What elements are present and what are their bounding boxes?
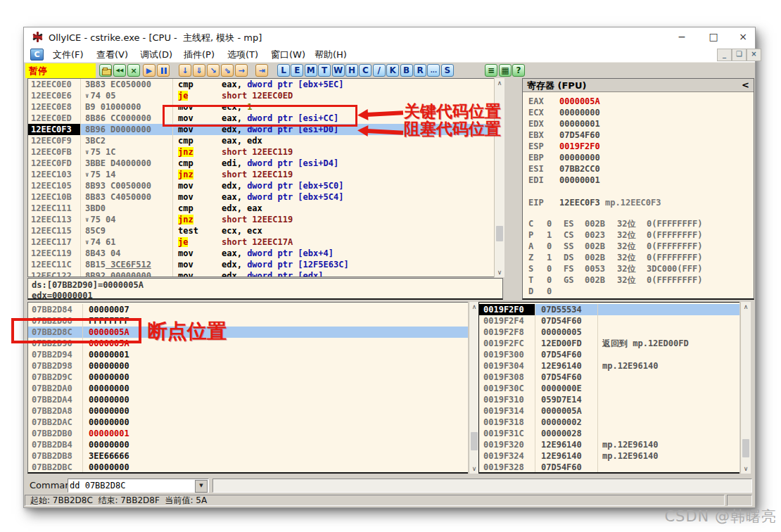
disasm-row[interactable]: 12EEC0E03B83 EC050000cmpeax, dword ptr [… xyxy=(28,79,494,90)
menu-item-3[interactable]: 插件(P) xyxy=(179,48,219,62)
dump-row[interactable]: 07BB2D8C0000005A xyxy=(28,327,468,338)
run-button[interactable]: ▶ xyxy=(143,64,155,77)
execute-till-return-button[interactable]: → xyxy=(235,64,248,77)
scrollbar-thumb[interactable] xyxy=(496,226,503,241)
mdi-minimize-button[interactable]: _ xyxy=(717,49,732,61)
dump-row[interactable]: 07BB2D88FFFFFFFF xyxy=(28,315,468,327)
cpu-window-icon[interactable]: C xyxy=(30,49,44,61)
scroll-down-icon[interactable]: ∨ xyxy=(495,267,504,277)
trace-over-button[interactable]: ⇘ xyxy=(221,64,234,77)
menu-item-5[interactable]: 窗口(W) xyxy=(267,48,310,62)
open-file-button[interactable] xyxy=(99,64,112,77)
stack-row[interactable]: 0019F30007D54F60 xyxy=(479,349,739,360)
dump-row[interactable]: 07BB2DA000000000 xyxy=(28,383,468,394)
stack-scrollbar[interactable]: ∧ ∨ xyxy=(740,302,751,474)
disasm-row[interactable]: 12EEC0F38B96 D0000000movedx, dword ptr [… xyxy=(28,124,494,135)
letter-button-/[interactable]: / xyxy=(373,64,386,77)
restart-button[interactable]: ◀◀ xyxy=(113,64,126,77)
menu-item-0[interactable]: 文件(F) xyxy=(49,48,88,62)
disasm-row[interactable]: 12EEC0FD3BBE D4000000cmpedi, dword ptr [… xyxy=(28,158,494,169)
stack-row[interactable]: 0019F32807D54F60 xyxy=(479,462,739,473)
dump-row[interactable]: 07BB2DB400000000 xyxy=(28,439,468,450)
letter-button-C[interactable]: C xyxy=(359,64,372,77)
letter-button-K[interactable]: K xyxy=(386,64,399,77)
go-to-button[interactable]: ⇥ xyxy=(255,64,268,77)
scrollbar-thumb[interactable] xyxy=(471,432,478,450)
letter-button-T[interactable]: T xyxy=(318,64,331,77)
dump-row[interactable]: 07BB2D9400000001 xyxy=(28,349,468,360)
dump-row[interactable]: 07BB2DC000000000 xyxy=(28,473,468,474)
stack-row[interactable]: 0019F2F007D55534 xyxy=(479,304,739,315)
scroll-up-icon[interactable]: ∧ xyxy=(741,302,751,312)
dropdown-arrow-icon[interactable]: ▼ xyxy=(195,480,208,493)
dump-row[interactable]: 07BB2D9C00000000 xyxy=(28,372,468,383)
command-combobox[interactable]: ▼ xyxy=(68,479,209,493)
stack-row[interactable]: 0019F30C0000000E xyxy=(479,383,739,394)
stack-row[interactable]: 0019F310059D7E14 xyxy=(479,394,739,405)
disasm-row[interactable]: 12EEC1228B92 00000000movedx, dword ptr [… xyxy=(28,270,494,277)
disasm-row[interactable]: 12EEC0E6∨74 05jeshort 12EEC0ED xyxy=(28,90,494,101)
stack-row[interactable]: 0019F32C07D54F60 xyxy=(479,473,739,474)
scroll-down-icon[interactable]: ∨ xyxy=(741,464,751,474)
memory-dump-pane[interactable]: 07BB2D840000000707BB2D88FFFFFFFF07BB2D8C… xyxy=(27,302,468,474)
letter-button-B[interactable]: B xyxy=(400,64,413,77)
stack-row[interactable]: 0019F2F800000005 xyxy=(479,327,739,338)
letter-button-M[interactable]: M xyxy=(305,64,317,77)
dump-row[interactable]: 07BB2DA400000000 xyxy=(28,394,468,405)
disasm-row[interactable]: 12EEC0FB∨75 1Cjnzshort 12EEC119 xyxy=(28,146,494,158)
close-program-button[interactable]: × xyxy=(127,64,140,77)
disasm-row[interactable]: 12EEC10B8B83 C4050000moveax, dword ptr [… xyxy=(28,191,494,203)
letter-button-H[interactable]: H xyxy=(345,64,358,77)
step-over-button[interactable]: ⇓ xyxy=(193,64,205,77)
letter-button-dots[interactable]: ... xyxy=(427,64,440,77)
command-input[interactable] xyxy=(70,480,193,491)
disasm-row[interactable]: 12EEC0E8B9 01000000movecx, 1 xyxy=(28,101,494,113)
dump-row[interactable]: 07BB2DB83EE66666 xyxy=(28,450,468,462)
stack-row[interactable]: 0019F31800000002 xyxy=(479,417,739,428)
letter-button-R[interactable]: R xyxy=(414,64,426,77)
stack-row[interactable]: 0019F30412E96140mp.12E96140 xyxy=(479,360,739,372)
disasm-row[interactable]: 12EEC103∨75 14jnzshort 12EEC119 xyxy=(28,169,494,180)
scroll-down-icon[interactable]: ∨ xyxy=(469,464,479,474)
stack-row[interactable]: 0019F32412E96140mp.12E96140 xyxy=(479,450,739,462)
close-button[interactable]: × xyxy=(732,30,754,44)
stack-row[interactable]: 0019F31C00000028 xyxy=(479,428,739,439)
registers-pane[interactable]: 寄存器 (FPU) < EAX0000005AECX00000000EDX000… xyxy=(522,78,754,300)
letter-button-W[interactable]: W xyxy=(332,64,345,77)
disasm-row[interactable]: 12EEC1198B43 04moveax, dword ptr [ebx+4] xyxy=(28,248,494,259)
menu-item-2[interactable]: 调试(D) xyxy=(136,48,177,62)
stack-row[interactable]: 0019F2FC12ED00FD返回到 mp.12ED00FD xyxy=(479,338,739,349)
stack-pane[interactable]: 0019F2F007D555340019F2F407D54F600019F2F8… xyxy=(478,302,739,474)
scrollbar-thumb[interactable] xyxy=(742,439,749,457)
dump-row[interactable]: 07BB2DAC00000000 xyxy=(28,417,468,428)
dump-row[interactable]: 07BB2DA800000000 xyxy=(28,405,468,417)
scroll-up-icon[interactable]: ∧ xyxy=(469,302,479,312)
letter-button-L[interactable]: L xyxy=(277,64,290,77)
dump-scrollbar[interactable]: ∧ ∨ xyxy=(469,302,479,474)
dump-row[interactable]: 07BB2D9800000000 xyxy=(28,360,468,372)
disasm-row[interactable]: 12EEC1113BD0cmpedx, eax xyxy=(28,203,494,214)
stack-row[interactable]: 0019F32012E96140mp.12E96140 xyxy=(479,439,739,450)
disasm-row[interactable]: 12EEC117∨74 61jeshort 12EEC17A xyxy=(28,236,494,248)
disasm-row[interactable]: 12EEC0F93BC2cmpeax, edx xyxy=(28,135,494,146)
disasm-row[interactable]: 12EEC0ED8B86 CC000000moveax, dword ptr [… xyxy=(28,113,494,124)
scroll-up-icon[interactable]: ∧ xyxy=(495,78,504,88)
mdi-close-button[interactable]: × xyxy=(747,49,761,61)
dump-row[interactable]: 07BB2DBC00000000 xyxy=(28,462,468,473)
disasm-row[interactable]: 12EEC113∨75 04jnzshort 12EEC119 xyxy=(28,214,494,225)
dump-row[interactable]: 07BB2DB000000001 xyxy=(28,428,468,439)
log-window-button[interactable]: ≡ xyxy=(485,64,497,77)
dump-row[interactable]: 07BB2D900000005A xyxy=(28,338,468,349)
disasm-row[interactable]: 12EEC11C8B15 3CE6F512movedx, dword ptr [… xyxy=(28,259,494,270)
step-into-button[interactable]: ↓ xyxy=(179,64,191,77)
menu-item-1[interactable]: 查看(V) xyxy=(92,48,132,62)
stack-row[interactable]: 0019F3140000005A xyxy=(479,405,739,417)
trace-into-button[interactable]: ↘ xyxy=(207,64,220,77)
maximize-button[interactable]: □ xyxy=(703,30,724,44)
menu-item-4[interactable]: 选项(T) xyxy=(223,48,262,62)
pause-button[interactable] xyxy=(157,64,170,77)
dump-row[interactable]: 07BB2D8400000007 xyxy=(28,304,468,315)
disasm-row[interactable]: 12EEC11585C9testecx, ecx xyxy=(28,225,494,236)
mdi-restore-button[interactable]: ❏ xyxy=(732,49,747,61)
help-button[interactable]: ? xyxy=(512,64,525,77)
